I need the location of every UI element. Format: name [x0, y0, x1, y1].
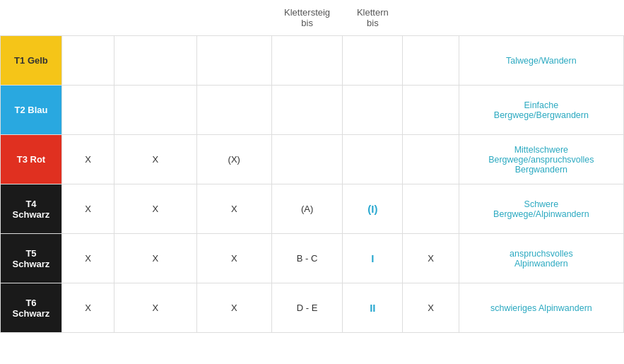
info-cell: MittelschwereBergwege/anspruchsvollesBer… — [459, 135, 623, 184]
table-row: T4SchwarzXXX(A)(I)SchwereBergwege/Alpinw… — [1, 184, 624, 234]
info-cell: Talwege/Wandern — [459, 36, 623, 86]
sicherungen-cell: X — [196, 283, 271, 333]
weglos-cell — [403, 86, 459, 135]
sicherungen-cell: X — [196, 234, 271, 283]
klettern-cell: (I) — [343, 184, 403, 234]
klettern-value: (I) — [367, 203, 377, 215]
steil-cell: X — [61, 135, 114, 184]
weglos-cell — [403, 184, 459, 234]
klettern-cell — [343, 36, 403, 86]
table-row: T5SchwarzXXXB - CIXanspruchsvollesAlpinw… — [1, 234, 624, 283]
absturz-cell: X — [114, 184, 197, 234]
klettersteig-cell: D - E — [271, 283, 343, 333]
farbe-cell: T2 Blau — [1, 86, 62, 135]
sicherungen-cell — [196, 86, 271, 135]
hiking-difficulty-table: Klettersteigbis Kletternbis T1 GelbTalwe… — [0, 0, 624, 333]
steil-cell: X — [61, 184, 114, 234]
klettersteig-cell — [271, 135, 343, 184]
info-cell: SchwereBergwege/Alpinwandern — [459, 184, 623, 234]
klettern-cell: I — [343, 234, 403, 283]
header-klettersteig: Klettersteigbis — [271, 0, 343, 36]
steil-cell: X — [61, 283, 114, 333]
absturz-cell: X — [114, 234, 197, 283]
weglos-cell: X — [403, 234, 459, 283]
farbe-cell: T5Schwarz — [1, 234, 62, 283]
header-klettern: Kletternbis — [343, 0, 403, 36]
header-absturz — [114, 0, 197, 36]
info-cell: EinfacheBergwege/Bergwandern — [459, 86, 623, 135]
steil-cell: X — [61, 234, 114, 283]
header-steil — [61, 0, 114, 36]
table-row: T3 RotXX(X)MittelschwereBergwege/anspruc… — [1, 135, 624, 184]
table-row: T2 BlauEinfacheBergwege/Bergwandern — [1, 86, 624, 135]
klettern-cell: II — [343, 283, 403, 333]
klettern-value: II — [370, 302, 375, 314]
table-row: T6SchwarzXXXD - EIIXschwieriges Alpinwan… — [1, 283, 624, 333]
header-farbe — [1, 0, 62, 36]
klettern-cell — [343, 86, 403, 135]
sicherungen-cell: (X) — [196, 135, 271, 184]
header-row: Klettersteigbis Kletternbis — [1, 0, 624, 36]
info-cell: schwieriges Alpinwandern — [459, 283, 623, 333]
klettersteig-cell — [271, 86, 343, 135]
header-info — [459, 0, 623, 36]
table-row: T1 GelbTalwege/Wandern — [1, 36, 624, 86]
header-sicherungen — [196, 0, 271, 36]
farbe-cell: T1 Gelb — [1, 36, 62, 86]
klettersteig-cell: B - C — [271, 234, 343, 283]
weglos-cell — [403, 135, 459, 184]
sicherungen-cell — [196, 36, 271, 86]
info-cell: anspruchsvollesAlpinwandern — [459, 234, 623, 283]
weglos-cell: X — [403, 283, 459, 333]
main-table-wrapper: Klettersteigbis Kletternbis T1 GelbTalwe… — [0, 0, 624, 364]
farbe-cell: T3 Rot — [1, 135, 62, 184]
klettern-cell — [343, 135, 403, 184]
absturz-cell: X — [114, 135, 197, 184]
farbe-cell: T6Schwarz — [1, 283, 62, 333]
steil-cell — [61, 36, 114, 86]
absturz-cell: X — [114, 283, 197, 333]
absturz-cell — [114, 86, 197, 135]
farbe-cell: T4Schwarz — [1, 184, 62, 234]
sicherungen-cell: X — [196, 184, 271, 234]
weglos-cell — [403, 36, 459, 86]
steil-cell — [61, 86, 114, 135]
klettersteig-cell — [271, 36, 343, 86]
klettern-value: I — [371, 252, 374, 264]
absturz-cell — [114, 36, 197, 86]
header-weglos — [403, 0, 459, 36]
klettersteig-cell: (A) — [271, 184, 343, 234]
